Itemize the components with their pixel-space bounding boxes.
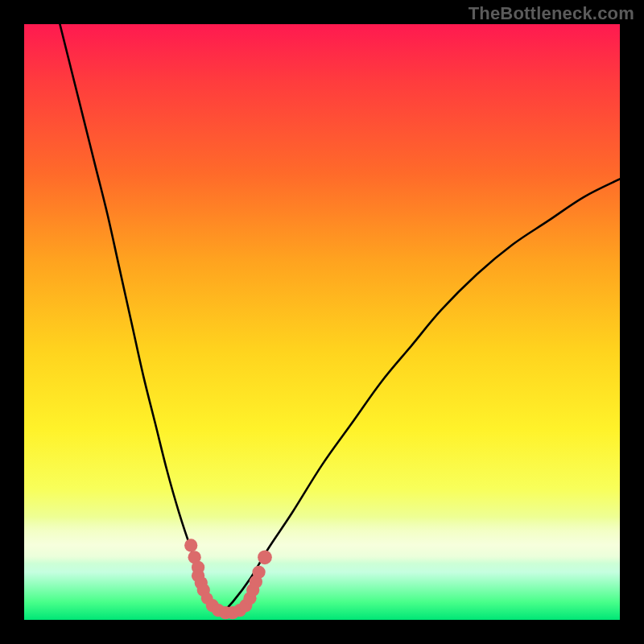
plot-area bbox=[24, 24, 620, 620]
marker-cluster bbox=[184, 539, 272, 619]
right-curve bbox=[221, 179, 620, 613]
curves-svg bbox=[24, 24, 620, 620]
left-curve bbox=[60, 24, 221, 614]
marker-dot bbox=[258, 550, 272, 564]
marker-dot bbox=[184, 539, 197, 551]
watermark-text: TheBottleneck.com bbox=[469, 3, 634, 24]
chart-frame: TheBottleneck.com bbox=[0, 0, 644, 644]
marker-dot bbox=[252, 566, 265, 579]
